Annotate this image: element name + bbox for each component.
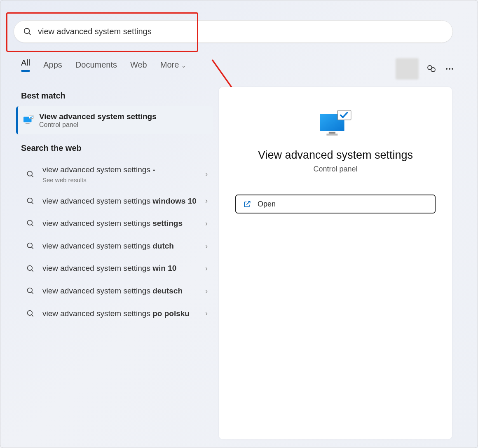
search-input[interactable] bbox=[38, 27, 443, 36]
svg-point-12 bbox=[28, 171, 33, 176]
search-icon bbox=[26, 264, 35, 273]
svg-rect-9 bbox=[26, 123, 29, 124]
details-panel: View advanced system settings Control pa… bbox=[219, 87, 452, 439]
best-match-result[interactable]: View advanced system settings Control pa… bbox=[16, 106, 213, 134]
open-button-label: Open bbox=[258, 200, 276, 209]
chevron-right-icon: › bbox=[205, 309, 208, 318]
svg-line-21 bbox=[32, 270, 33, 271]
svg-point-14 bbox=[28, 198, 33, 203]
open-button[interactable]: Open bbox=[235, 195, 436, 213]
web-search-item[interactable]: view advanced system settings deutsch› bbox=[21, 280, 213, 303]
svg-point-16 bbox=[28, 220, 33, 225]
chat-icon[interactable] bbox=[426, 63, 437, 74]
svg-rect-27 bbox=[329, 132, 335, 134]
open-external-icon bbox=[243, 199, 252, 209]
details-title: View advanced system settings bbox=[235, 149, 436, 162]
web-search-item[interactable]: view advanced system settings dutch› bbox=[21, 235, 213, 258]
divider bbox=[235, 187, 436, 187]
chevron-right-icon: › bbox=[205, 219, 208, 228]
svg-point-22 bbox=[28, 288, 33, 293]
details-subtitle: Control panel bbox=[235, 165, 436, 174]
search-icon bbox=[26, 309, 35, 318]
web-search-item-text: view advanced system settings dutch bbox=[42, 241, 198, 252]
filter-tabs: All Apps Documents Web More⌄ bbox=[21, 58, 186, 75]
chevron-right-icon: › bbox=[205, 264, 208, 273]
web-search-item[interactable]: view advanced system settings windows 10… bbox=[21, 190, 213, 213]
svg-point-5 bbox=[446, 68, 448, 70]
tab-web[interactable]: Web bbox=[130, 60, 147, 73]
more-icon[interactable] bbox=[444, 63, 455, 74]
search-bar[interactable] bbox=[14, 20, 453, 43]
control-panel-monitor-icon bbox=[22, 114, 35, 127]
best-match-subtitle: Control panel bbox=[39, 121, 157, 129]
web-search-item[interactable]: view advanced system settings win 10› bbox=[21, 257, 213, 280]
web-search-item-text: view advanced system settings po polsku bbox=[42, 308, 198, 319]
svg-line-25 bbox=[32, 314, 33, 316]
web-search-item[interactable]: view advanced system settings settings› bbox=[21, 212, 213, 235]
chevron-right-icon: › bbox=[205, 287, 208, 296]
svg-point-20 bbox=[28, 265, 33, 270]
svg-line-1 bbox=[29, 33, 31, 35]
web-search-item-text: view advanced system settings deutsch bbox=[42, 286, 198, 297]
search-icon bbox=[26, 219, 35, 228]
control-panel-monitor-icon-large bbox=[317, 108, 354, 140]
web-search-header: Search the web bbox=[21, 143, 213, 153]
web-search-item-text: view advanced system settings win 10 bbox=[42, 263, 198, 274]
tab-apps[interactable]: Apps bbox=[43, 60, 62, 73]
web-search-item[interactable]: view advanced system settings - See web … bbox=[21, 159, 213, 190]
search-icon bbox=[23, 27, 32, 36]
tab-more[interactable]: More⌄ bbox=[160, 60, 187, 73]
svg-line-13 bbox=[32, 175, 33, 177]
svg-point-6 bbox=[449, 68, 450, 70]
search-icon bbox=[26, 197, 35, 206]
tab-documents[interactable]: Documents bbox=[75, 60, 117, 73]
svg-point-7 bbox=[452, 68, 453, 70]
svg-line-15 bbox=[32, 202, 33, 204]
web-search-item-text: view advanced system settings - See web … bbox=[42, 164, 198, 184]
web-search-item-text: view advanced system settings settings bbox=[42, 218, 198, 229]
svg-rect-28 bbox=[326, 134, 337, 136]
svg-point-4 bbox=[431, 68, 435, 72]
user-avatar[interactable] bbox=[396, 58, 419, 80]
svg-rect-10 bbox=[26, 124, 30, 124]
best-match-title: View advanced system settings bbox=[39, 112, 157, 121]
svg-point-18 bbox=[28, 243, 33, 248]
svg-point-24 bbox=[28, 310, 33, 315]
tab-all[interactable]: All bbox=[21, 58, 30, 75]
web-search-item[interactable]: view advanced system settings po polsku› bbox=[21, 303, 213, 325]
best-match-header: Best match bbox=[21, 91, 213, 101]
chevron-right-icon: › bbox=[205, 242, 208, 251]
svg-point-0 bbox=[24, 28, 30, 33]
search-icon bbox=[26, 170, 35, 179]
svg-line-19 bbox=[32, 247, 33, 249]
web-search-item-text: view advanced system settings windows 10 bbox=[42, 196, 198, 207]
chevron-down-icon: ⌄ bbox=[181, 62, 186, 69]
svg-line-23 bbox=[32, 292, 33, 294]
svg-line-17 bbox=[32, 225, 33, 226]
chevron-right-icon: › bbox=[205, 170, 208, 178]
chevron-right-icon: › bbox=[205, 197, 208, 205]
search-icon bbox=[26, 286, 35, 296]
search-icon bbox=[26, 242, 35, 251]
